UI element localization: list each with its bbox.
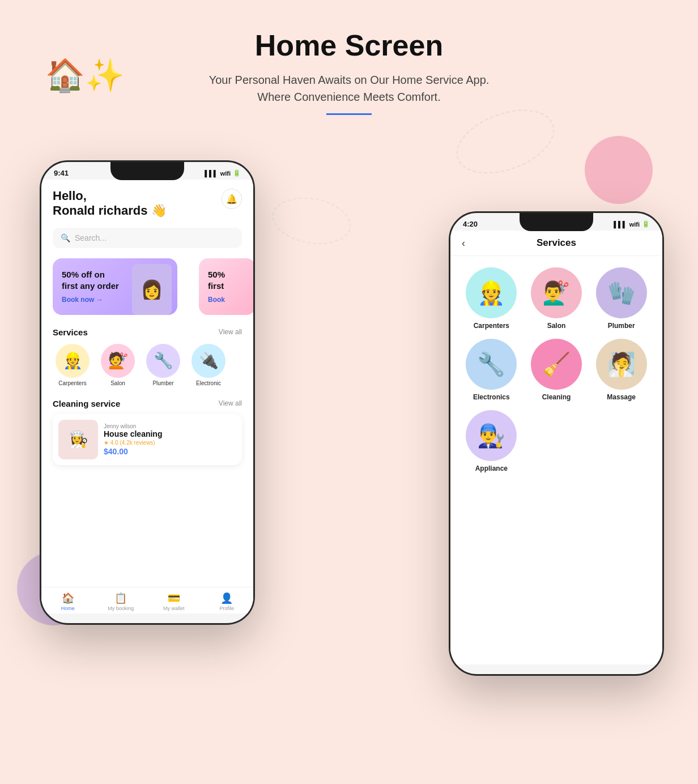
electronic-circle: 🔌 (191, 344, 225, 378)
services-grid: 👷 Carpenters 💇‍♂️ Salon 🧤 Plumber (450, 262, 662, 478)
booking-nav-label: My booking (108, 606, 134, 611)
srv-salon[interactable]: 💇‍♂️ Salon (527, 267, 586, 330)
cleaning-srv-icon: 🧹 (542, 351, 571, 378)
electronic-label: Electronic (196, 380, 221, 386)
salon-srv-circle: 💇‍♂️ (531, 267, 582, 318)
page-header: Home Screen Your Personal Haven Awaits o… (0, 0, 698, 132)
notch-services (520, 213, 593, 231)
phone-services: 4:20 ▌▌▌ wifi 🔋 ‹ Services 👷 C (449, 211, 664, 676)
electronics-srv-circle: 🔧 (466, 339, 517, 390)
carpenters-icon: 👷 (63, 351, 83, 370)
nav-wallet[interactable]: 💳 My wallet (147, 592, 201, 611)
phone-services-content: ‹ Services 👷 Carpenters 💇‍♂️ Salon (450, 231, 662, 664)
cleaning-label: Cleaning service (53, 399, 120, 408)
banners-section: 50% off onfirst any order Book now → 👩 5… (41, 253, 253, 321)
banner-2[interactable]: 50%first Book (199, 258, 253, 315)
banner2-cta[interactable]: Book (208, 296, 225, 304)
card-image-1: 👩‍🍳 (58, 420, 98, 459)
srv-carpenters[interactable]: 👷 Carpenters (462, 267, 521, 330)
home-nav-label: Home (61, 606, 75, 611)
card-price: $40.00 (104, 447, 236, 456)
banner1-discount: 50% off onfirst any order (62, 269, 119, 291)
search-bar[interactable]: 🔍 Search... (53, 228, 242, 248)
nav-booking[interactable]: 📋 My booking (95, 592, 148, 611)
carpenters-label: Carpenters (58, 380, 86, 386)
banner1-text: 50% off onfirst any order Book now → (62, 269, 119, 304)
services-section-header: Services View all (41, 321, 253, 340)
wifi-icon: wifi (220, 170, 231, 177)
battery-icon-2: 🔋 (642, 220, 650, 228)
search-placeholder: Search... (75, 233, 107, 242)
srv-electronics[interactable]: 🔧 Electronics (462, 339, 521, 401)
services-screen-header: ‹ Services (450, 231, 662, 255)
page-subtitle: Your Personal Haven Awaits on Our Home S… (0, 71, 698, 105)
signal-icon: ▌▌▌ (205, 170, 218, 177)
bottom-nav: 🏠 Home 📋 My booking 💳 My wallet 👤 Profil… (41, 587, 253, 613)
plumber-label: Plumber (152, 380, 173, 386)
banner1-cta[interactable]: Book now → (62, 296, 119, 304)
appliance-srv-icon: 👨‍🔧 (477, 423, 505, 449)
carpenters-srv-label: Carpenters (474, 322, 509, 330)
nav-profile[interactable]: 👤 Profile (201, 592, 254, 611)
appliance-srv-label: Appliance (475, 465, 508, 472)
time-home: 9:41 (54, 169, 69, 177)
banner2-discount: 50%first (208, 269, 225, 291)
plumber-srv-icon: 🧤 (607, 280, 636, 306)
wallet-nav-icon: 💳 (168, 592, 180, 604)
page-title: Home Screen (0, 28, 698, 62)
signal-icon-2: ▌▌▌ (614, 221, 627, 228)
services-row: 👷 Carpenters 💇 Salon 🔧 Plumber (41, 340, 253, 392)
status-icons-home: ▌▌▌ wifi 🔋 (205, 169, 241, 177)
back-button[interactable]: ‹ (462, 237, 465, 249)
salon-label: Salon (110, 380, 125, 386)
banner-1[interactable]: 50% off onfirst any order Book now → 👩 (53, 258, 177, 315)
nav-home[interactable]: 🏠 Home (41, 592, 95, 611)
status-icons-services: ▌▌▌ wifi 🔋 (614, 220, 650, 228)
service-plumber[interactable]: 🔧 Plumber (143, 344, 183, 386)
home-nav-icon: 🏠 (62, 592, 74, 604)
srv-plumber[interactable]: 🧤 Plumber (591, 267, 651, 330)
salon-circle: 💇 (101, 344, 135, 378)
cleaning-view-all[interactable]: View all (219, 399, 242, 407)
greeting-section: Hello, Ronald richards 👋 🔔 (41, 180, 253, 223)
carpenters-srv-icon: 👷 (477, 280, 505, 306)
srv-massage[interactable]: 🧖 Massage (591, 339, 651, 401)
wifi-icon-2: wifi (629, 221, 640, 228)
battery-icon: 🔋 (233, 169, 241, 177)
phone-home: 9:41 ▌▌▌ wifi 🔋 Hello, Ronald richards 👋… (40, 160, 255, 625)
service-salon[interactable]: 💇 Salon (98, 344, 138, 386)
srv-appliance[interactable]: 👨‍🔧 Appliance (462, 410, 521, 472)
plumber-srv-label: Plumber (608, 322, 635, 330)
salon-srv-label: Salon (547, 322, 566, 330)
appliance-srv-circle: 👨‍🔧 (466, 410, 517, 461)
salon-icon: 💇 (108, 351, 128, 370)
profile-nav-icon: 👤 (220, 592, 233, 604)
plumber-circle: 🔧 (146, 344, 180, 378)
plumber-icon: 🔧 (154, 351, 173, 370)
greeting-name: Ronald richards 👋 (53, 203, 167, 218)
services-label: Services (53, 327, 88, 337)
wallet-nav-label: My wallet (163, 606, 185, 611)
services-view-all[interactable]: View all (219, 328, 242, 336)
notification-button[interactable]: 🔔 (222, 189, 242, 209)
search-icon: 🔍 (61, 233, 70, 242)
massage-srv-icon: 🧖 (607, 351, 636, 378)
card-provider: Jenny wilson (104, 423, 236, 429)
electronics-srv-label: Electronics (473, 393, 510, 401)
electronic-icon: 🔌 (199, 351, 219, 370)
cleaning-srv-label: Cleaning (542, 393, 571, 401)
time-services: 4:20 (463, 220, 478, 228)
carpenters-srv-circle: 👷 (466, 267, 517, 318)
service-electronic[interactable]: 🔌 Electronic (189, 344, 228, 386)
card-person-icon: 👩‍🍳 (69, 430, 88, 449)
title-underline (326, 113, 372, 115)
cleaning-card-1[interactable]: 👩‍🍳 Jenny wilson House cleaning ★ 4.0 (4… (53, 414, 242, 465)
service-carpenters[interactable]: 👷 Carpenters (53, 344, 92, 386)
salon-srv-icon: 💇‍♂️ (542, 280, 571, 306)
srv-cleaning[interactable]: 🧹 Cleaning (527, 339, 586, 401)
carpenters-circle: 👷 (56, 344, 90, 378)
services-screen-title: Services (537, 237, 576, 249)
card-name: House cleaning (104, 429, 236, 438)
cleaning-srv-circle: 🧹 (531, 339, 582, 390)
massage-srv-label: Massage (607, 393, 636, 401)
